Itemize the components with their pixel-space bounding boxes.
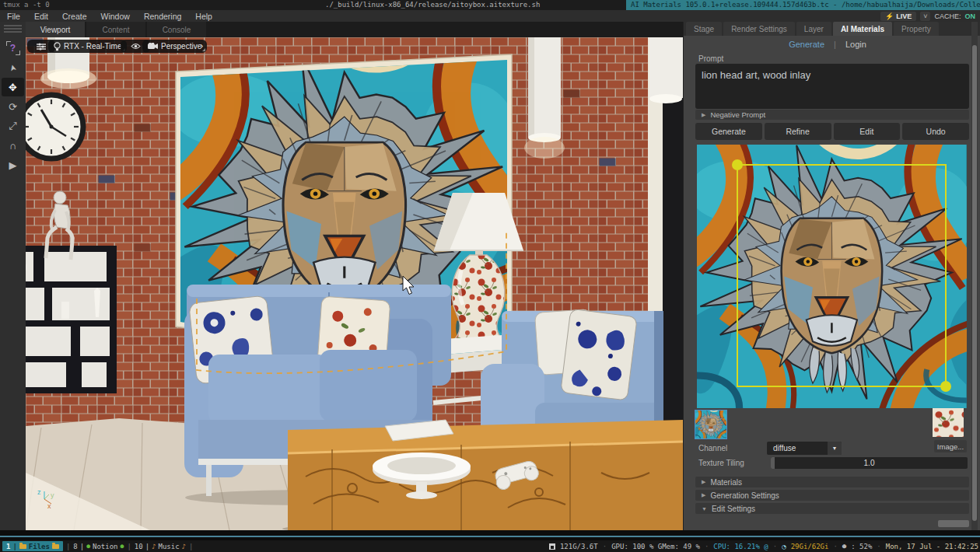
select-tool[interactable]: ➤: [2, 58, 24, 77]
prompt-input[interactable]: lion head art, wood inlay: [695, 64, 969, 109]
menu-create[interactable]: Create: [55, 12, 94, 21]
collapsed-arrow-icon: ▶: [702, 479, 705, 485]
process-path-text: ./_build/linux-x86_64/release/aitoybox.a…: [325, 1, 540, 9]
texture-tiling-label: Texture Tiling: [698, 459, 744, 467]
pipe: |: [127, 543, 131, 550]
load-stats: : 52%: [851, 543, 872, 550]
expanded-arrow-icon: ▼: [702, 506, 707, 512]
memory-stats: 29Gi/62Gi: [791, 543, 829, 550]
window-title: AI Materials 105.0.1+release.109444.157d…: [626, 0, 980, 11]
user-icon: ☻: [842, 543, 846, 550]
channel-dropdown[interactable]: diffuse ▼: [767, 442, 842, 455]
blue-floral-pillow: [561, 309, 638, 400]
tab-viewport[interactable]: Viewport: [26, 22, 85, 37]
scale-tool[interactable]: ⤢: [2, 117, 24, 135]
disk-usage: 121G/3.6T: [560, 543, 598, 550]
play-button[interactable]: ▶: [2, 155, 24, 174]
lightbulb-icon: [54, 42, 61, 51]
menu-rendering[interactable]: Rendering: [137, 12, 188, 21]
undo-button[interactable]: Undo: [902, 123, 969, 140]
move-tool[interactable]: ✥: [2, 78, 24, 96]
pipe: |: [145, 543, 149, 550]
tool-sidebar: ? ➤ ✥ ⟳ ⤢ ∩ ▶: [0, 22, 26, 535]
tmux-window-notion[interactable]: 8 | ● Notion ●: [73, 543, 124, 550]
tmux-window-music[interactable]: 10 | ♪ Music ♪: [135, 543, 186, 550]
cache-label: CACHE:: [934, 12, 961, 20]
tmux-pane-border: [0, 536, 980, 537]
axis-z-label: z: [37, 488, 41, 496]
crop-handle-bottomright[interactable]: [940, 381, 951, 392]
bottom-gap: [0, 530, 980, 540]
pendant-lamp-center: [524, 37, 565, 159]
cpu-stats: CPU: 16.21% @: [713, 543, 768, 550]
refine-button[interactable]: Refine: [765, 123, 831, 140]
play-icon: ▶: [9, 159, 17, 171]
crop-handle-topleft[interactable]: [732, 159, 743, 170]
prompt-label: Prompt: [698, 54, 723, 63]
mode-row: Generate | Login: [684, 37, 971, 51]
panel-scrollbar[interactable]: [971, 22, 978, 530]
live-dropdown-caret[interactable]: ˅: [920, 12, 930, 21]
reference-image-thumbnail[interactable]: [933, 408, 964, 436]
drag-nib[interactable]: [771, 457, 775, 469]
panel-tab-bar: Stage Render Settings Layer AI Materials…: [684, 22, 980, 36]
menu-help[interactable]: Help: [188, 12, 219, 21]
window-index: 10: [135, 543, 143, 550]
magnet-icon: ∩: [9, 140, 16, 152]
texture-tiling-field[interactable]: 1.0: [771, 457, 968, 469]
help-select-tool[interactable]: ?: [2, 39, 24, 58]
chevron-right-icon[interactable]: ›: [200, 40, 203, 51]
tmux-window-list: 1 | Files | 8 | ● Notion ● | 10 | ♪ Musi…: [0, 541, 193, 551]
tmux-window-files[interactable]: 1 | Files: [2, 541, 63, 551]
rotate-tool[interactable]: ⟳: [2, 97, 24, 116]
mode-generate-link[interactable]: Generate: [789, 40, 824, 49]
window-label: Notion: [93, 543, 118, 550]
tab-console[interactable]: Console: [147, 22, 206, 37]
section-generation-settings[interactable]: ▶ Generation Settings: [695, 490, 969, 501]
tab-stage[interactable]: Stage: [686, 22, 722, 36]
tmux-title-bar: tmux a -t 0 ./_build/linux-x86_64/releas…: [0, 0, 980, 10]
mode-divider: |: [834, 40, 836, 49]
tab-content[interactable]: Content: [86, 22, 145, 37]
camera-dropdown[interactable]: Perspective: [142, 40, 207, 53]
window-label: Music: [158, 543, 179, 550]
datetime: Mon, 17 Jul - 21:42:25: [886, 543, 978, 550]
negative-prompt-label: Negative Prompt: [710, 110, 765, 119]
viewport-3d[interactable]: z y x RTX - Real-Time: [26, 37, 683, 530]
system-stats: 121G/3.6T · GPU: 100 % GMem: 49 % · CPU:…: [549, 543, 980, 550]
scale-icon: ⤢: [9, 120, 16, 132]
texture-preview[interactable]: [697, 145, 967, 408]
edit-button[interactable]: Edit: [834, 123, 901, 140]
texture-tiling-value: 1.0: [864, 459, 875, 467]
renderer-label: RTX - Real-Time: [64, 42, 121, 51]
tab-property[interactable]: Property: [894, 22, 939, 36]
image-button[interactable]: Image...: [934, 440, 967, 452]
menu-edit[interactable]: Edit: [27, 12, 55, 21]
renderer-dropdown[interactable]: RTX - Real-Time: [48, 40, 127, 53]
scene-render: z y x: [26, 37, 683, 530]
generated-texture-thumbnail[interactable]: [695, 411, 726, 438]
apple-icon: ●: [121, 543, 124, 550]
tmux-status-bar: 1 | Files | 8 | ● Notion ● | 10 | ♪ Musi…: [0, 540, 980, 552]
menu-file[interactable]: File: [0, 12, 27, 21]
mode-login-link[interactable]: Login: [845, 40, 866, 49]
separator-dot: ·: [877, 543, 880, 550]
separator-dot: ·: [603, 543, 607, 550]
live-button[interactable]: ⚡ LIVE: [880, 12, 916, 21]
sliders-icon: [37, 43, 46, 51]
partial-control: [938, 520, 969, 527]
snap-tool[interactable]: ∩: [2, 136, 24, 155]
section-materials[interactable]: ▶ Materials: [695, 477, 969, 487]
generate-button[interactable]: Generate: [695, 123, 762, 140]
tab-render-settings[interactable]: Render Settings: [723, 22, 795, 36]
menu-window[interactable]: Window: [94, 12, 137, 21]
tab-layer[interactable]: Layer: [796, 22, 831, 36]
section-edit-settings[interactable]: ▼ Edit Settings: [695, 503, 969, 514]
cache-state: ON: [965, 12, 976, 20]
music-note-icon: ♪: [182, 543, 186, 550]
sidebar-grip-icon[interactable]: [4, 25, 22, 33]
section-edit-settings-label: Edit Settings: [712, 505, 755, 513]
negative-prompt-header[interactable]: ▶ Negative Prompt: [695, 110, 969, 120]
tab-ai-materials[interactable]: AI Materials: [833, 22, 892, 36]
scrollbar-handle[interactable]: [972, 45, 977, 521]
